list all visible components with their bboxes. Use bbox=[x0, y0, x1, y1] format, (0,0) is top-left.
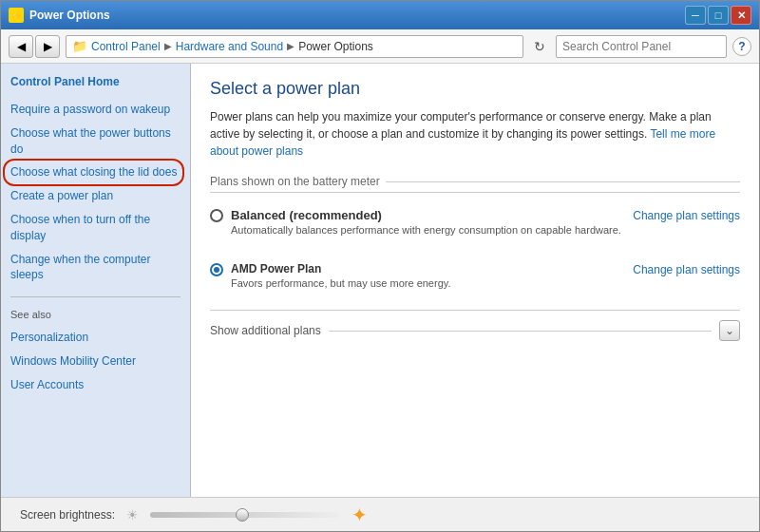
minimize-button[interactable]: ─ bbox=[685, 6, 706, 25]
sun-bright-icon: ✦ bbox=[352, 504, 368, 526]
sidebar-item-closing-lid[interactable]: Choose what closing the lid does bbox=[10, 162, 180, 182]
breadcrumb-hardware[interactable]: Hardware and Sound bbox=[176, 40, 283, 53]
title-bar-left: ⚡ Power Options bbox=[9, 8, 110, 23]
sidebar-item-personalization[interactable]: Personalization bbox=[10, 328, 180, 348]
bottom-bar: Screen brightness: ☀ ✦ bbox=[1, 497, 759, 531]
sidebar-item-turn-off-display[interactable]: Choose when to turn off the display bbox=[10, 210, 180, 246]
description-text: Power plans can help you maximize your c… bbox=[210, 110, 712, 141]
folder-icon: 📁 bbox=[72, 39, 87, 53]
breadcrumb-sep-1: ▶ bbox=[164, 41, 172, 51]
main-area: Control Panel Home Require a password on… bbox=[1, 64, 759, 497]
content-pane: Select a power plan Power plans can help… bbox=[191, 64, 759, 497]
forward-button[interactable]: ▶ bbox=[35, 35, 60, 58]
plan-balanced-radio[interactable] bbox=[210, 209, 223, 222]
sidebar-item-require-password[interactable]: Require a password on wakeup bbox=[10, 100, 180, 120]
plan-amd-info: AMD Power Plan Favors performance, but m… bbox=[231, 262, 633, 289]
plan-amd-desc: Favors performance, but may use more ene… bbox=[231, 277, 633, 289]
breadcrumb-current: Power Options bbox=[298, 40, 373, 53]
sun-dim-icon: ☀ bbox=[126, 507, 139, 522]
page-title: Select a power plan bbox=[210, 79, 740, 99]
plan-amd: AMD Power Plan Favors performance, but m… bbox=[210, 256, 740, 294]
sidebar-item-create-plan[interactable]: Create a power plan bbox=[10, 186, 180, 206]
sidebar-item-power-buttons[interactable]: Choose what the power buttons do bbox=[10, 124, 180, 160]
close-button[interactable]: ✕ bbox=[731, 6, 751, 25]
plan-amd-radio[interactable] bbox=[210, 263, 223, 276]
sidebar-item-user-accounts[interactable]: User Accounts bbox=[10, 375, 180, 395]
sidebar-divider bbox=[10, 296, 180, 297]
window-icon: ⚡ bbox=[9, 8, 24, 23]
see-also-title: See also bbox=[10, 309, 180, 320]
nav-buttons: ◀ ▶ bbox=[9, 35, 60, 58]
sidebar-home[interactable]: Control Panel Home bbox=[10, 75, 180, 88]
breadcrumb-bar: 📁 Control Panel ▶ Hardware and Sound ▶ P… bbox=[66, 35, 523, 58]
plan-balanced-radio-area: Balanced (recommended) Automatically bal… bbox=[210, 208, 633, 236]
title-bar: ⚡ Power Options ─ □ ✕ bbox=[1, 1, 759, 29]
main-window: ⚡ Power Options ─ □ ✕ ◀ ▶ 📁 Control Pane… bbox=[0, 0, 760, 532]
plan-balanced: Balanced (recommended) Automatically bal… bbox=[210, 202, 740, 241]
sidebar-item-computer-sleeps[interactable]: Change when the computer sleeps bbox=[10, 250, 180, 286]
content-description: Power plans can help you maximize your c… bbox=[210, 108, 740, 160]
plan-balanced-info: Balanced (recommended) Automatically bal… bbox=[231, 208, 633, 236]
breadcrumb-control-panel[interactable]: Control Panel bbox=[91, 40, 161, 53]
refresh-button[interactable]: ↻ bbox=[529, 36, 550, 57]
sidebar: Control Panel Home Require a password on… bbox=[1, 64, 191, 497]
plan-balanced-name: Balanced (recommended) bbox=[231, 208, 633, 222]
maximize-button[interactable]: □ bbox=[708, 6, 729, 25]
show-additional-text: Show additional plans bbox=[210, 324, 321, 337]
plan-amd-name: AMD Power Plan bbox=[231, 262, 633, 276]
plan-balanced-desc: Automatically balances performance with … bbox=[231, 224, 633, 236]
title-bar-buttons: ─ □ ✕ bbox=[685, 6, 751, 25]
back-button[interactable]: ◀ bbox=[9, 35, 33, 58]
plan-amd-change-link[interactable]: Change plan settings bbox=[633, 262, 740, 276]
show-plans-divider bbox=[329, 331, 712, 332]
search-input[interactable] bbox=[556, 35, 727, 58]
brightness-thumb[interactable] bbox=[236, 508, 249, 522]
plans-section-header: Plans shown on the battery meter bbox=[210, 175, 740, 193]
brightness-label: Screen brightness: bbox=[20, 508, 115, 522]
sidebar-item-windows-mobility[interactable]: Windows Mobility Center bbox=[10, 352, 180, 371]
address-bar: ◀ ▶ 📁 Control Panel ▶ Hardware and Sound… bbox=[1, 29, 759, 64]
show-additional-chevron[interactable]: ⌄ bbox=[719, 320, 740, 341]
plan-amd-radio-area: AMD Power Plan Favors performance, but m… bbox=[210, 262, 633, 289]
plans-section-label: Plans shown on the battery meter bbox=[210, 175, 380, 188]
help-button[interactable]: ? bbox=[732, 37, 751, 56]
breadcrumb-sep-2: ▶ bbox=[287, 41, 294, 51]
plan-balanced-change-link[interactable]: Change plan settings bbox=[633, 208, 740, 222]
brightness-slider[interactable] bbox=[150, 512, 340, 518]
title-bar-text: Power Options bbox=[29, 9, 110, 22]
show-additional-plans-row: Show additional plans ⌄ bbox=[210, 310, 740, 341]
